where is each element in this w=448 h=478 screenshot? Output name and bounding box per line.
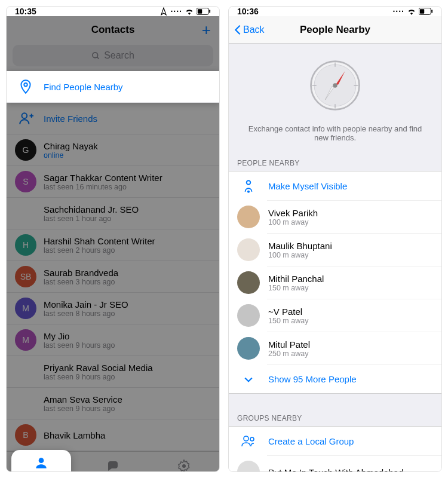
- avatar: M: [15, 298, 36, 319]
- avatar: G: [15, 139, 36, 161]
- search-input[interactable]: Search: [13, 45, 213, 66]
- svg-point-25: [250, 437, 254, 441]
- contact-row[interactable]: Sachchidanand Jr. SEOlast seen 1 hour ag…: [7, 198, 219, 229]
- contact-row[interactable]: M Monika Jain - Jr SEOlast seen 8 hours …: [7, 293, 219, 324]
- avatar: [237, 271, 260, 294]
- status-bar: 10:35 ····: [7, 7, 219, 16]
- svg-rect-1: [198, 9, 202, 13]
- tab-contacts-highlight[interactable]: Contacts: [11, 450, 71, 472]
- status-time: 10:36: [237, 7, 259, 16]
- location-pin-icon: [18, 79, 33, 94]
- avatar: SB: [15, 266, 36, 287]
- avatar: [237, 337, 260, 360]
- people-nearby-list: Make Myself Visible Vivek Parikh100 m aw…: [229, 171, 441, 394]
- avatar: [237, 206, 260, 228]
- page-title: Contacts: [91, 24, 135, 36]
- contact-row[interactable]: G Chirag Nayakonline: [7, 134, 219, 166]
- nearby-person-row[interactable]: Vivek Parikh100 m away: [267, 200, 441, 233]
- svg-rect-11: [420, 9, 424, 13]
- add-contact-button[interactable]: +: [202, 22, 211, 38]
- avatar: M: [15, 329, 36, 351]
- contact-row[interactable]: Aman Seva Servicelast seen 9 hours ago: [7, 388, 219, 419]
- section-header-people: PEOPLE NEARBY: [229, 153, 441, 171]
- status-time: 10:35: [15, 7, 36, 16]
- avatar: S: [15, 171, 36, 192]
- nav-header: Contacts +: [7, 16, 219, 44]
- nearby-person-row[interactable]: Mithil Panchal150 m away: [267, 266, 441, 299]
- wifi-icon: [407, 8, 416, 15]
- group-icon: [240, 434, 257, 448]
- svg-rect-12: [431, 10, 432, 13]
- search-icon: [91, 51, 100, 60]
- svg-rect-2: [209, 10, 210, 13]
- contact-row[interactable]: S Sagar Thakkar Content Writerlast seen …: [7, 166, 219, 198]
- avatar: H: [15, 234, 36, 256]
- create-group-row[interactable]: Create a Local Group: [229, 427, 441, 455]
- make-visible-row[interactable]: Make Myself Visible: [229, 171, 441, 200]
- status-icons: ····: [159, 7, 211, 16]
- tab-chats[interactable]: Chats: [78, 452, 149, 472]
- contact-row[interactable]: H Harshil Shah Content Writerlast seen 2…: [7, 229, 219, 261]
- status-bar: 10:36 ····: [229, 7, 441, 16]
- chevron-down-icon: [243, 373, 254, 385]
- page-title: People Nearby: [300, 24, 370, 36]
- section-header-groups: GROUPS NEARBY: [229, 408, 441, 426]
- contact-row[interactable]: SB Saurab Brandvedalast seen 3 hours ago: [7, 261, 219, 293]
- svg-point-21: [333, 83, 337, 87]
- person-add-icon: [18, 111, 33, 126]
- contacts-list: Invite Friends G Chirag Nayakonline S Sa…: [7, 103, 219, 451]
- avatar: [237, 304, 260, 327]
- svg-point-23: [248, 191, 249, 192]
- svg-point-22: [247, 180, 251, 185]
- gear-icon: [177, 459, 191, 472]
- svg-point-8: [182, 464, 186, 468]
- groups-nearby-list: Create a Local Group Put Me In Touch Wit…: [229, 426, 441, 472]
- avatar: B: [15, 424, 36, 446]
- nav-header: Back People Nearby: [229, 16, 441, 44]
- svg-point-5: [24, 83, 27, 86]
- svg-point-9: [39, 458, 44, 463]
- compass-icon: [308, 58, 363, 113]
- chats-icon: [106, 459, 120, 472]
- contact-row[interactable]: M My Jiolast seen 9 hours ago: [7, 324, 219, 356]
- avatar: [237, 461, 260, 472]
- people-nearby-screen: 10:36 ···· Back People Nearby: [228, 6, 442, 472]
- battery-icon: [197, 8, 211, 15]
- intro-section: Exchange contact info with people nearby…: [229, 44, 441, 153]
- contact-row[interactable]: B Bhavik Lambha: [7, 419, 219, 451]
- back-button[interactable]: Back: [234, 24, 265, 35]
- tab-settings[interactable]: Settings: [148, 452, 219, 472]
- invite-friends-row[interactable]: Invite Friends: [7, 103, 219, 134]
- contacts-screen: 10:35 ···· Contacts + Search Find People…: [6, 6, 220, 472]
- person-location-icon: [241, 178, 256, 194]
- contact-row[interactable]: Priyank Raval Social Medialast seen 9 ho…: [7, 356, 219, 388]
- battery-icon: [419, 8, 433, 15]
- find-people-nearby-row[interactable]: Find People Nearby: [7, 71, 219, 103]
- svg-point-24: [244, 436, 248, 441]
- svg-line-4: [97, 57, 99, 59]
- chevron-left-icon: [234, 24, 242, 35]
- avatar: [237, 238, 260, 261]
- nearby-person-row[interactable]: Maulik Bhuptani100 m away: [267, 233, 441, 266]
- nearby-person-row[interactable]: ~V Patel150 m away: [267, 299, 441, 332]
- status-icons: ····: [392, 7, 433, 16]
- svg-point-3: [93, 52, 98, 57]
- nearby-person-row[interactable]: Mitul Patel250 m away: [267, 332, 441, 364]
- contacts-icon: [33, 455, 49, 471]
- wifi-icon: [185, 8, 194, 15]
- show-more-row[interactable]: Show 95 More People: [267, 364, 441, 393]
- nearby-group-row[interactable]: Put Me In Touch With Ahmedabad: [267, 455, 441, 472]
- intro-text: Exchange contact info with people nearby…: [247, 124, 424, 142]
- svg-point-6: [22, 113, 27, 118]
